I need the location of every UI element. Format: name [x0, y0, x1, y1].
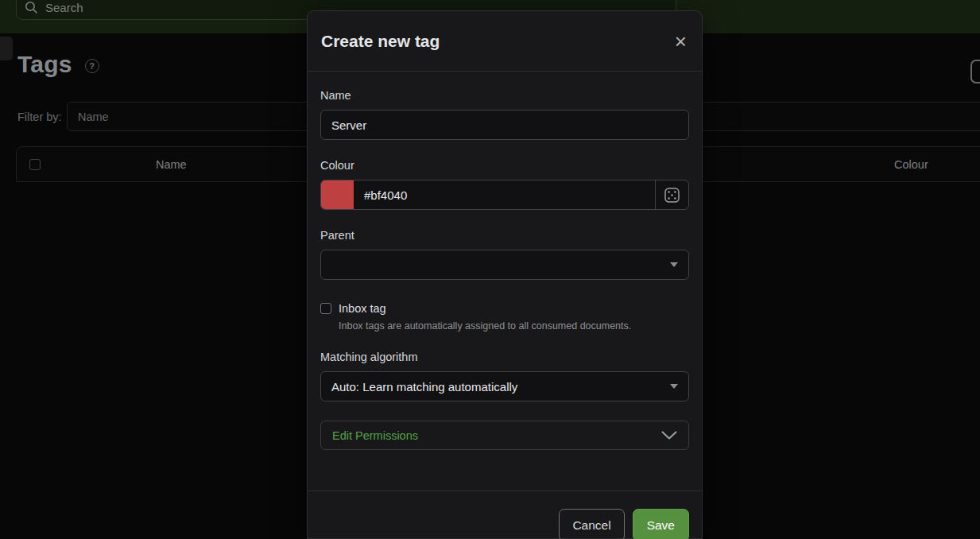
- chevron-down-icon: [661, 431, 677, 440]
- save-button[interactable]: Save: [633, 509, 689, 539]
- parent-select[interactable]: [320, 250, 689, 280]
- edit-permissions-accordion[interactable]: Edit Permissions: [320, 421, 689, 450]
- dice-icon: [664, 188, 680, 203]
- random-colour-button[interactable]: [655, 180, 688, 209]
- create-tag-modal: Create new tag × Name Colour: [307, 10, 703, 539]
- colour-label: Colour: [320, 159, 689, 172]
- matching-algorithm-select[interactable]: Auto: Learn matching automatically: [320, 371, 689, 401]
- tag-name-input[interactable]: [320, 110, 689, 140]
- parent-label: Parent: [320, 229, 689, 242]
- select-all-checkbox[interactable]: [29, 159, 41, 170]
- close-icon[interactable]: ×: [673, 31, 688, 52]
- column-header-name[interactable]: Name: [156, 158, 187, 171]
- page-title: Tags: [17, 51, 72, 78]
- sidebar-edge-chip: [0, 37, 13, 60]
- chevron-down-icon: [670, 262, 678, 267]
- modal-title: Create new tag: [321, 32, 440, 51]
- modal-footer: Cancel Save: [308, 491, 702, 539]
- name-label: Name: [320, 89, 689, 102]
- colour-field-group: Colour: [320, 159, 689, 210]
- colour-swatch: [321, 180, 354, 209]
- matching-algorithm-value: Auto: Learn matching automatically: [331, 380, 517, 394]
- filter-by-label: Filter by:: [17, 111, 62, 123]
- colour-hex-input[interactable]: [354, 180, 655, 209]
- inbox-tag-hint: Inbox tags are automatically assigned to…: [339, 320, 689, 332]
- inbox-tag-checkbox[interactable]: [320, 303, 331, 314]
- parent-field-group: Parent: [320, 229, 689, 280]
- cutoff-right-button[interactable]: [970, 60, 980, 83]
- app-window: Tags ? Filter by: Name Colour Create new…: [0, 0, 980, 539]
- column-header-colour[interactable]: Colour: [894, 158, 928, 171]
- help-icon[interactable]: ?: [85, 59, 99, 73]
- matching-algorithm-label: Matching algorithm: [320, 351, 689, 363]
- search-icon: [25, 1, 38, 14]
- chevron-down-icon: [670, 384, 678, 389]
- inbox-tag-label[interactable]: Inbox tag: [339, 302, 386, 315]
- inbox-tag-group: Inbox tag Inbox tags are automatically a…: [320, 302, 689, 332]
- edit-permissions-label: Edit Permissions: [332, 429, 418, 442]
- name-field-group: Name: [320, 89, 689, 140]
- cancel-button[interactable]: Cancel: [559, 509, 624, 539]
- matching-algorithm-group: Matching algorithm Auto: Learn matching …: [320, 351, 689, 401]
